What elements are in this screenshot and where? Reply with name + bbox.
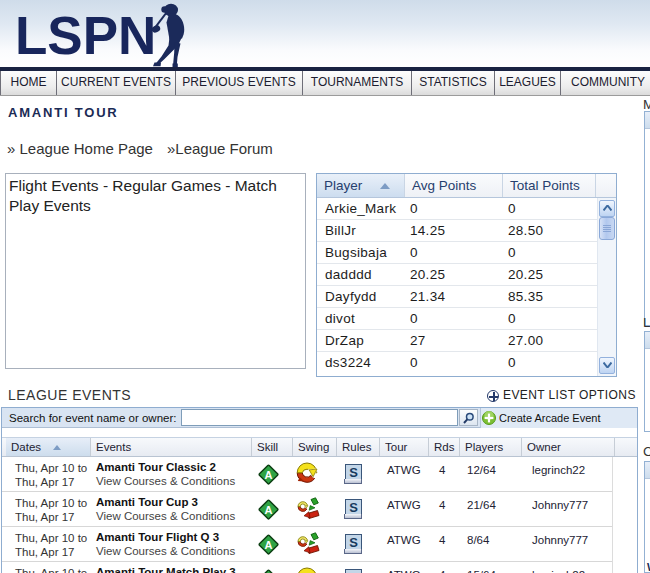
svg-text:A: A bbox=[265, 469, 273, 481]
svg-text:A: A bbox=[265, 539, 273, 551]
svg-text:A: A bbox=[265, 504, 273, 516]
